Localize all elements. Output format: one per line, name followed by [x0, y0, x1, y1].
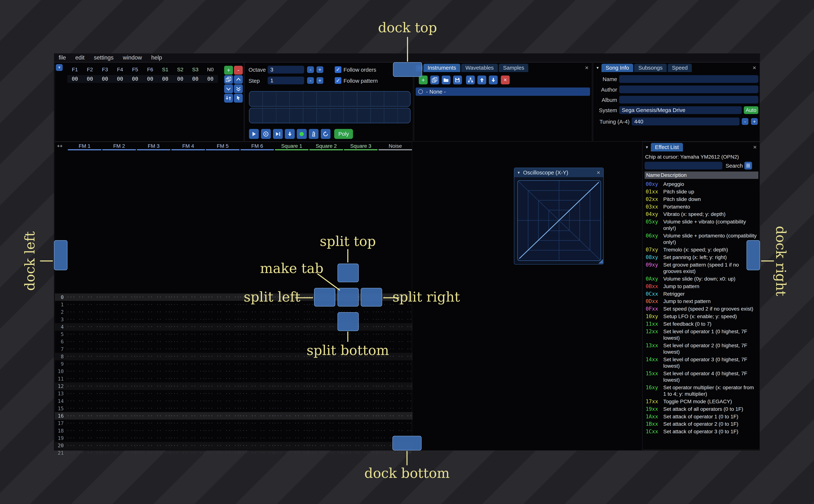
orders-cell[interactable]: 00 [97, 76, 113, 82]
pattern-cell[interactable]: ··· ·· ·· ··· [239, 450, 273, 456]
tab-assets-1[interactable]: Wavetables [461, 64, 498, 72]
pattern-cell[interactable]: ··· ·· ·· ··· [273, 324, 308, 329]
tuning-decrease-button[interactable]: - [742, 118, 749, 125]
pattern-cell[interactable]: ··· ·· ·· ··· [342, 369, 377, 374]
octave-decrease-button[interactable]: - [307, 66, 314, 73]
channel-header[interactable]: Square 2 [309, 142, 343, 150]
pattern-cell[interactable]: ··· ·· ·· ··· [377, 317, 412, 322]
pattern-cell[interactable]: ··· ·· ·· ··· [377, 376, 412, 381]
order-move-down-button[interactable] [224, 84, 233, 93]
menu-item-window[interactable]: window [118, 53, 146, 62]
pattern-cell[interactable]: ··· ·· ·· ··· [135, 406, 170, 411]
pattern-cell[interactable]: ··· ·· ·· ··· [308, 443, 342, 448]
pattern-cell[interactable]: ··· ·· ·· ··· [204, 295, 239, 300]
pattern-cell[interactable]: ··· ·· ·· ··· [308, 450, 342, 456]
pattern-cell[interactable]: ··· ·· ·· ··· [239, 384, 273, 389]
pattern-cell[interactable]: ··· ·· ·· ··· [101, 450, 135, 456]
pattern-cell[interactable]: ··· ·· ·· ··· [170, 406, 204, 411]
pattern-cell[interactable]: ··· ·· ·· ··· [101, 369, 135, 374]
pattern-cell[interactable]: ··· ·· ·· ··· [342, 384, 377, 389]
effect-row[interactable]: 14xxSet level of operator 3 (0 highest, … [645, 356, 759, 370]
channel-header[interactable]: FM 3 [136, 142, 171, 150]
pattern-cell[interactable]: ··· ·· ·· ··· [239, 332, 273, 337]
pattern-cell[interactable]: ··· ·· ·· ··· [204, 302, 239, 307]
effect-row[interactable]: 15xxSet level of operator 4 (0 highest, … [645, 370, 759, 384]
order-remove-button[interactable]: - [234, 66, 243, 75]
orders-cell[interactable]: 00 [67, 76, 82, 82]
pattern-cell[interactable]: ··· ·· ·· ··· [170, 450, 204, 456]
pattern-cell[interactable]: ··· ·· ·· ··· [66, 376, 101, 381]
pattern-cell[interactable]: ··· ·· ·· ··· [170, 354, 204, 359]
effect-row[interactable]: 00xyArpeggio [645, 180, 759, 188]
pattern-cell[interactable]: ··· ·· ·· ··· [135, 435, 170, 441]
pattern-cell[interactable]: ··· ·· ·· ··· [66, 309, 101, 315]
effect-row[interactable]: 11xxSet feedback (0 to 7) [645, 320, 759, 328]
pattern-cell[interactable]: ··· ·· ·· ··· [204, 361, 239, 367]
effect-list-close-button[interactable]: × [753, 144, 757, 150]
split-target-bottom[interactable] [337, 312, 359, 331]
play-button[interactable] [249, 129, 259, 139]
repeat-pattern-button[interactable] [321, 129, 331, 139]
order-add-button[interactable]: + [224, 66, 233, 75]
pattern-cell[interactable]: ··· ·· ·· ··· [170, 302, 204, 307]
pattern-cell[interactable]: ··· ·· ·· ··· [170, 421, 204, 426]
pattern-cell[interactable]: ··· ·· ·· ··· [239, 309, 273, 315]
pattern-cell[interactable]: ··· ·· ·· ··· [101, 413, 135, 419]
pattern-cell[interactable]: ··· ·· ·· ··· [135, 339, 170, 344]
effect-row[interactable]: 0BxxJump to pattern [645, 283, 759, 290]
tab-assets-0[interactable]: Instruments [424, 64, 460, 72]
pattern-cell[interactable]: ··· ·· ·· ··· [135, 443, 170, 448]
pattern-cell[interactable]: ··· ·· ·· ··· [273, 450, 308, 456]
instrument-list-item[interactable]: - None - [416, 87, 590, 96]
menu-item-edit[interactable]: edit [71, 53, 89, 62]
pattern-cell[interactable]: ··· ·· ·· ··· [204, 450, 239, 456]
step-row-button[interactable] [285, 129, 295, 139]
pattern-cell[interactable]: ··· ·· ·· ··· [204, 317, 239, 322]
effect-search-input[interactable] [645, 162, 722, 169]
channel-header[interactable]: Square 1 [274, 142, 309, 150]
pattern-cell[interactable]: ··· ·· ·· ··· [273, 413, 308, 419]
pattern-cell[interactable]: ··· ·· ·· ··· [377, 309, 412, 315]
pattern-cell[interactable]: ··· ·· ·· ··· [66, 450, 101, 456]
pattern-cell[interactable]: ··· ·· ·· ··· [66, 384, 101, 389]
pattern-cell[interactable]: ··· ·· ·· ··· [239, 324, 273, 329]
pattern-cell[interactable]: ··· ·· ·· ··· [273, 332, 308, 337]
pattern-cell[interactable]: ··· ·· ·· ··· [135, 413, 170, 419]
orders-collapse-button[interactable]: ▼ [56, 64, 63, 71]
pattern-cell[interactable]: ··· ·· ·· ··· [377, 421, 412, 426]
effect-row[interactable]: 10xySetup LFO (x: enable; y: speed) [645, 313, 759, 320]
pattern-cell[interactable]: ··· ·· ·· ··· [308, 324, 342, 329]
system-auto-button[interactable]: Auto [744, 106, 758, 114]
pattern-cell[interactable]: ··· ·· ·· ··· [101, 347, 135, 352]
song-collapse-icon[interactable]: ▼ [596, 66, 600, 70]
orders-cell[interactable]: 00 [143, 76, 158, 82]
pattern-cell[interactable]: ··· ·· ·· ··· [101, 421, 135, 426]
effect-row[interactable]: 16xySet operator multiplier (x: operator… [645, 384, 759, 398]
tab-assets-2[interactable]: Samples [499, 64, 528, 72]
pattern-cell[interactable]: ··· ·· ·· ··· [273, 435, 308, 441]
order-duplicate-end-button[interactable] [234, 84, 243, 93]
metronome-button[interactable] [309, 129, 319, 139]
follow-pattern-checkbox[interactable]: ✓ [335, 77, 341, 84]
pattern-cell[interactable]: ··· ·· ·· ··· [170, 361, 204, 367]
song-close-button[interactable]: × [753, 65, 756, 71]
pattern-cell[interactable]: ··· ·· ·· ··· [239, 376, 273, 381]
instrument-delete-button[interactable]: × [501, 76, 510, 84]
pattern-cell[interactable]: ··· ·· ·· ··· [377, 384, 412, 389]
pattern-cell[interactable]: ··· ·· ·· ··· [101, 376, 135, 381]
pattern-cell[interactable]: ··· ·· ·· ··· [170, 317, 204, 322]
channel-header[interactable]: Square 3 [343, 142, 378, 150]
pattern-cell[interactable]: ··· ·· ·· ··· [135, 295, 170, 300]
resize-grip[interactable] [598, 259, 603, 264]
pattern-cell[interactable]: ··· ·· ·· ··· [273, 384, 308, 389]
effect-row[interactable]: 05xyVolume slide + vibrato (compatibilit… [645, 218, 759, 232]
pattern-cell[interactable]: ··· ·· ·· ··· [308, 361, 342, 367]
pattern-cell[interactable]: ··· ·· ·· ··· [101, 309, 135, 315]
pattern-cell[interactable]: ··· ·· ·· ··· [342, 435, 377, 441]
pattern-cell[interactable]: ··· ·· ·· ··· [239, 428, 273, 433]
pattern-cell[interactable]: ··· ·· ·· ··· [101, 339, 135, 344]
pattern-cell[interactable]: ··· ·· ·· ··· [66, 428, 101, 433]
play-pattern-button[interactable] [261, 129, 271, 139]
order-change-mode-button[interactable] [224, 94, 233, 103]
pattern-cell[interactable]: ··· ·· ·· ··· [170, 428, 204, 433]
